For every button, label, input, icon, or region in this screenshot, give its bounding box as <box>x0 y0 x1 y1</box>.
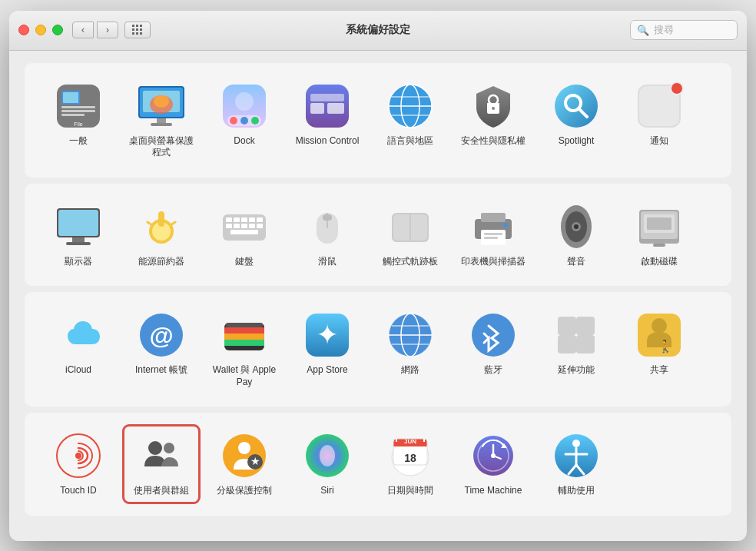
content-area: File 一般 桌面與螢 <box>9 51 747 541</box>
pref-bluetooth[interactable]: 藍牙 <box>455 304 532 394</box>
search-box[interactable]: 🔍 搜尋 <box>630 20 738 40</box>
svg-rect-98 <box>576 317 595 335</box>
pref-spotlight[interactable]: Spotlight <box>538 75 615 165</box>
svg-point-96 <box>472 314 515 357</box>
svg-rect-57 <box>249 224 255 228</box>
bluetooth-icon <box>469 310 518 360</box>
svg-rect-59 <box>230 230 258 234</box>
pref-siri[interactable]: Siri <box>289 425 366 503</box>
svg-rect-70 <box>484 237 498 239</box>
svg-line-46 <box>148 222 152 225</box>
sharing-label: 共享 <box>650 364 668 377</box>
language-icon <box>386 81 435 131</box>
energy-icon <box>137 202 186 251</box>
maximize-button[interactable] <box>52 25 63 35</box>
svg-rect-3 <box>61 106 95 108</box>
pref-startup[interactable]: 啟動磁碟 <box>621 196 698 274</box>
pref-timemachine[interactable]: Time Machine <box>455 425 532 503</box>
mission-label: Mission Control <box>296 135 360 148</box>
startup-label: 啟動磁碟 <box>641 256 678 268</box>
minimize-button[interactable] <box>35 25 46 35</box>
users-icon <box>137 431 186 480</box>
wallet-icon <box>220 310 269 360</box>
pref-internet[interactable]: @ Internet 帳號 <box>123 304 200 394</box>
pref-dock[interactable]: Dock <box>206 75 283 165</box>
svg-rect-69 <box>484 233 502 235</box>
pref-users[interactable]: 使用者與群組 <box>123 425 200 503</box>
pref-icloud[interactable]: iCloud <box>40 304 117 394</box>
sound-icon <box>552 202 601 251</box>
accessibility-label: 輔助使用 <box>558 485 595 497</box>
pref-display[interactable]: 顯示器 <box>40 196 117 274</box>
svg-point-107 <box>164 443 174 453</box>
general-icon: File <box>54 81 103 131</box>
pref-mouse[interactable]: 滑鼠 <box>289 196 366 274</box>
svg-rect-79 <box>647 217 671 230</box>
users-label: 使用者與群組 <box>134 485 189 497</box>
pref-general[interactable]: File 一般 <box>40 75 117 165</box>
svg-text:✦: ✦ <box>316 319 339 350</box>
svg-text:JUN: JUN <box>404 438 416 445</box>
svg-rect-21 <box>310 103 324 114</box>
svg-point-75 <box>574 224 579 229</box>
pref-mission[interactable]: Mission Control <box>289 75 366 165</box>
svg-rect-41 <box>72 237 85 242</box>
svg-rect-100 <box>576 335 595 354</box>
datetime-label: 日期與時間 <box>387 485 433 497</box>
svg-rect-53 <box>257 217 263 222</box>
traffic-lights <box>18 25 63 35</box>
svg-rect-23 <box>310 94 344 101</box>
pref-language[interactable]: 語言與地區 <box>372 75 449 165</box>
pref-trackpad[interactable]: 觸控式軌跡板 <box>372 196 449 274</box>
svg-rect-12 <box>157 118 166 123</box>
grid-icon <box>132 25 143 35</box>
close-button[interactable] <box>18 25 29 35</box>
pref-parental[interactable]: ★ 分級保護控制 <box>206 425 283 503</box>
pref-wallet[interactable]: Wallet 與 Apple Pay <box>206 304 283 394</box>
svg-rect-50 <box>234 217 240 222</box>
pref-notification[interactable]: 通知 <box>621 75 698 165</box>
dock-label: Dock <box>234 135 254 148</box>
mission-icon <box>303 81 352 131</box>
svg-point-19 <box>235 92 254 111</box>
pref-printer[interactable]: 印表機與掃描器 <box>455 196 532 274</box>
pref-appstore[interactable]: ✦ App Store <box>289 304 366 394</box>
pref-extensions[interactable]: 延伸功能 <box>538 304 615 394</box>
mouse-icon <box>303 202 352 251</box>
general-label: 一般 <box>69 135 88 148</box>
datetime-icon: 18 JUN <box>386 431 435 480</box>
forward-button[interactable]: › <box>97 22 118 38</box>
sharing-icon: 🚶 <box>635 310 684 360</box>
svg-line-47 <box>171 222 175 225</box>
svg-rect-40 <box>58 210 98 236</box>
security-icon <box>469 81 518 131</box>
pref-keyboard[interactable]: 鍵盤 <box>206 196 283 274</box>
pref-sound[interactable]: 聲音 <box>538 196 615 274</box>
pref-datetime[interactable]: 18 JUN 日期與時間 <box>372 425 449 503</box>
printer-label: 印表機與掃描器 <box>461 256 526 268</box>
svg-rect-86 <box>224 340 264 346</box>
wallet-label: Wallet 與 Apple Pay <box>209 364 280 388</box>
parental-label: 分級保護控制 <box>217 485 272 497</box>
pref-sharing[interactable]: 🚶 共享 <box>621 304 698 394</box>
pref-network[interactable]: 網路 <box>372 304 449 394</box>
back-button[interactable]: ‹ <box>72 22 94 38</box>
pref-energy[interactable]: 能源節約器 <box>123 196 200 274</box>
pref-accessibility[interactable]: 輔助使用 <box>538 425 615 503</box>
svg-rect-2 <box>63 92 78 103</box>
svg-point-130 <box>572 440 580 447</box>
notification-label: 通知 <box>650 135 668 148</box>
system-preferences-window: ‹ › 系統偏好設定 🔍 搜尋 <box>9 11 747 541</box>
timemachine-label: Time Machine <box>465 485 522 497</box>
pref-security[interactable]: 安全性與隱私權 <box>455 75 532 165</box>
appstore-icon: ✦ <box>303 310 352 360</box>
pref-touchid[interactable]: Touch ID <box>40 425 117 503</box>
notification-badge <box>670 81 684 95</box>
display-icon <box>54 202 103 251</box>
language-label: 語言與地區 <box>387 135 433 148</box>
search-icon: 🔍 <box>637 25 649 36</box>
svg-rect-67 <box>481 213 506 222</box>
section-hardware: 顯示器 能源節約器 <box>25 184 731 287</box>
pref-desktop[interactable]: 桌面與螢幕保護程式 <box>123 75 200 165</box>
grid-view-button[interactable] <box>124 22 151 38</box>
